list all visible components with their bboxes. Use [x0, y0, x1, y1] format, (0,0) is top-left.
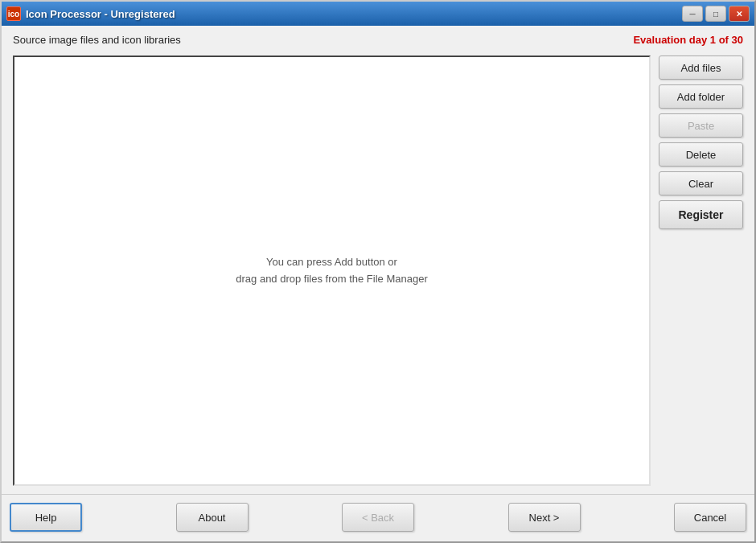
section-label: Source image files and icon libraries	[13, 34, 181, 46]
help-button[interactable]: Help	[10, 503, 82, 532]
paste-button[interactable]: Paste	[659, 113, 743, 138]
minimize-button[interactable]: ─	[682, 6, 703, 22]
back-button[interactable]: < Back	[342, 503, 414, 532]
side-buttons: Add files Add folder Paste Delete Clear …	[659, 56, 743, 486]
titlebar: ico Icon Processor - Unregistered ─ □ ✕	[2, 2, 754, 26]
delete-button[interactable]: Delete	[659, 142, 743, 167]
placeholder-line1: You can press Add button or	[236, 254, 427, 271]
placeholder-text: You can press Add button or drag and dro…	[236, 254, 427, 288]
titlebar-buttons: ─ □ ✕	[682, 6, 750, 22]
add-files-button[interactable]: Add files	[659, 56, 743, 80]
register-button[interactable]: Register	[659, 200, 743, 229]
maximize-button[interactable]: □	[705, 6, 726, 22]
cancel-button[interactable]: Cancel	[674, 503, 746, 532]
placeholder-line2: drag and drop files from the File Manage…	[236, 271, 427, 288]
file-list-area[interactable]: You can press Add button or drag and dro…	[13, 56, 651, 486]
window-title: Icon Processor - Unregistered	[26, 8, 175, 20]
main-panel: You can press Add button or drag and dro…	[13, 56, 743, 486]
about-button[interactable]: About	[176, 503, 249, 532]
header-row: Source image files and icon libraries Ev…	[13, 34, 743, 46]
main-window: ico Icon Processor - Unregistered ─ □ ✕ …	[0, 0, 756, 543]
add-folder-button[interactable]: Add folder	[659, 84, 743, 109]
app-icon: ico	[6, 6, 21, 21]
close-button[interactable]: ✕	[729, 6, 750, 22]
content-area: Source image files and icon libraries Ev…	[2, 26, 754, 494]
next-button[interactable]: Next >	[508, 503, 581, 532]
clear-button[interactable]: Clear	[659, 171, 743, 195]
evaluation-badge: Evaluation day 1 of 30	[633, 34, 743, 46]
titlebar-left: ico Icon Processor - Unregistered	[6, 6, 175, 21]
bottom-bar: Help About < Back Next > Cancel	[2, 494, 754, 541]
